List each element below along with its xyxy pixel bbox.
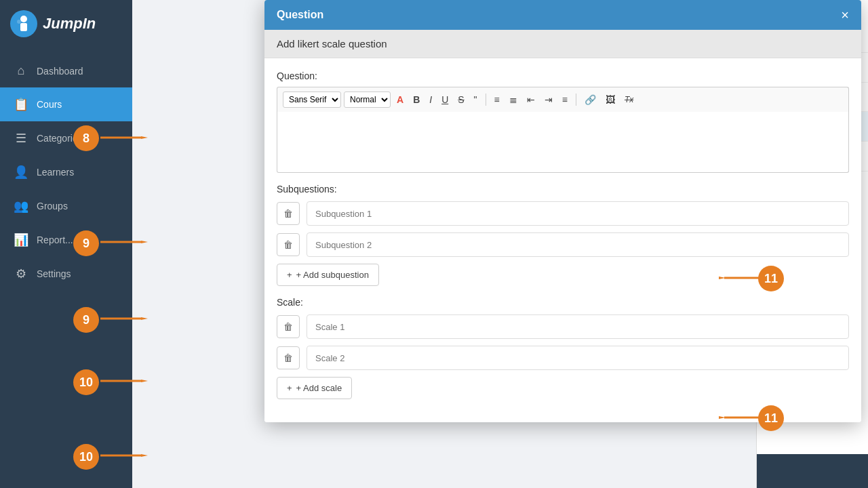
scale-2-input[interactable] bbox=[307, 346, 849, 370]
logo-text: JumpIn bbox=[43, 15, 96, 33]
font-size-select[interactable]: Normal bbox=[344, 92, 391, 108]
svg-rect-1 bbox=[20, 23, 27, 31]
delete-scale-1-button[interactable]: 🗑 bbox=[277, 315, 300, 338]
sidebar-item-courses[interactable]: 📋 Cours bbox=[0, 87, 132, 121]
annotation-badge-10a: 10 bbox=[73, 369, 99, 395]
svg-point-0 bbox=[20, 16, 27, 22]
subquestion-row-2: 🗑 bbox=[277, 232, 849, 257]
add-subquestion-button[interactable]: + + Add subquestion bbox=[277, 264, 379, 286]
annotation-badge-8: 8 bbox=[73, 125, 99, 151]
annotation-badge-10b: 10 bbox=[73, 444, 99, 470]
align-btn[interactable]: ≡ bbox=[559, 92, 571, 107]
sidebar-item-groups[interactable]: 👥 Groups bbox=[0, 189, 132, 223]
sidebar-item-label: Report... bbox=[37, 235, 73, 245]
subquestion-row-1: 🗑 bbox=[277, 201, 849, 226]
scale-label: Scale: bbox=[277, 297, 849, 308]
clear-format-btn[interactable]: Tx bbox=[621, 93, 637, 106]
subquestion-2-input[interactable] bbox=[307, 232, 849, 257]
svg-marker-6 bbox=[141, 241, 148, 243]
sidebar-item-learners[interactable]: 👤 Learners bbox=[0, 155, 132, 189]
panel-footer bbox=[757, 454, 868, 488]
arrow-10b bbox=[100, 454, 148, 457]
font-family-select[interactable]: Sans Serif bbox=[283, 92, 341, 108]
svg-marker-10 bbox=[141, 380, 148, 382]
scale-row-2: 🗑 bbox=[277, 346, 849, 370]
sidebar-item-label: Learners bbox=[37, 167, 74, 178]
scale-row-1: 🗑 bbox=[277, 314, 849, 339]
image-btn[interactable]: 🖼 bbox=[602, 92, 618, 107]
unordered-list-btn[interactable]: ≣ bbox=[506, 92, 521, 107]
arrow-11b bbox=[719, 416, 760, 419]
subquestions-label: Subquestions: bbox=[277, 184, 849, 195]
editor-toolbar: Sans Serif Normal A B I U S " ≡ ≣ ⇤ ⇥ ≡ … bbox=[277, 87, 849, 112]
sidebar-navigation: ⌂ Dashboard 📋 Cours ☰ Categories 👤 Learn… bbox=[0, 54, 132, 291]
indent-decrease-btn[interactable]: ⇤ bbox=[524, 92, 538, 107]
arrow-11a bbox=[719, 277, 760, 279]
add-scale-label: + Add scale bbox=[296, 383, 342, 393]
add-subquestion-icon: + bbox=[287, 270, 292, 280]
modal-body: Question: Sans Serif Normal A B I U S " … bbox=[264, 58, 861, 422]
sidebar-item-label: Dashboard bbox=[37, 66, 83, 77]
sidebar-item-reports[interactable]: 📊 Report... bbox=[0, 223, 132, 257]
modal-close-button[interactable]: × bbox=[841, 8, 849, 22]
settings-icon: ⚙ bbox=[14, 266, 28, 281]
logo-icon bbox=[10, 10, 37, 37]
add-scale-button[interactable]: + + Add scale bbox=[277, 377, 352, 399]
italic-btn[interactable]: I bbox=[426, 92, 435, 107]
modal-header: Question × bbox=[264, 0, 861, 30]
indent-increase-btn[interactable]: ⇥ bbox=[541, 92, 556, 107]
annotation-badge-9b: 9 bbox=[73, 307, 99, 333]
font-color-btn[interactable]: A bbox=[393, 92, 407, 107]
sidebar: JumpIn ⌂ Dashboard 📋 Cours ☰ Categories … bbox=[0, 0, 132, 488]
logo: JumpIn bbox=[0, 0, 132, 47]
svg-marker-8 bbox=[141, 317, 148, 320]
bold-btn[interactable]: B bbox=[410, 92, 423, 107]
link-btn[interactable]: 🔗 bbox=[581, 92, 599, 107]
scale-1-input[interactable] bbox=[307, 314, 849, 339]
annotation-badge-11a: 11 bbox=[758, 266, 784, 291]
question-modal: Question × Add likert scale question Que… bbox=[264, 0, 861, 422]
strikethrough-btn[interactable]: S bbox=[454, 92, 467, 107]
learners-icon: 👤 bbox=[14, 165, 28, 180]
delete-subquestion-1-button[interactable]: 🗑 bbox=[277, 202, 300, 225]
question-editor[interactable] bbox=[277, 112, 849, 173]
svg-point-2 bbox=[17, 20, 21, 24]
subquestion-1-input[interactable] bbox=[307, 201, 849, 226]
divider bbox=[486, 94, 486, 106]
question-label: Question: bbox=[277, 70, 849, 81]
sidebar-item-dashboard[interactable]: ⌂ Dashboard bbox=[0, 54, 132, 87]
ordered-list-btn[interactable]: ≡ bbox=[491, 92, 503, 107]
svg-marker-4 bbox=[141, 136, 148, 139]
sidebar-item-label: Groups bbox=[37, 201, 68, 211]
arrow-9b bbox=[100, 317, 148, 320]
reports-icon: 📊 bbox=[14, 232, 28, 247]
add-subquestion-label: + Add subquestion bbox=[296, 270, 369, 280]
underline-btn[interactable]: U bbox=[438, 92, 452, 107]
dashboard-icon: ⌂ bbox=[14, 64, 28, 78]
sidebar-item-label: Cours bbox=[37, 99, 62, 110]
delete-subquestion-2-button[interactable]: 🗑 bbox=[277, 233, 300, 256]
arrow-9a bbox=[100, 241, 148, 243]
svg-marker-12 bbox=[141, 454, 148, 457]
delete-scale-2-button[interactable]: 🗑 bbox=[277, 346, 300, 369]
courses-icon: 📋 bbox=[14, 97, 28, 112]
modal-subheader: Add likert scale question bbox=[264, 30, 861, 58]
modal-title: Question bbox=[277, 9, 323, 21]
add-scale-icon: + bbox=[287, 383, 292, 393]
arrow-8 bbox=[100, 136, 148, 139]
arrow-10a bbox=[100, 380, 148, 382]
categories-icon: ☰ bbox=[14, 131, 28, 146]
blockquote-btn[interactable]: " bbox=[471, 92, 481, 107]
sidebar-item-label: Settings bbox=[37, 268, 71, 279]
divider2 bbox=[576, 94, 576, 106]
sidebar-item-settings[interactable]: ⚙ Settings bbox=[0, 257, 132, 291]
groups-icon: 👥 bbox=[14, 199, 28, 214]
modal-container: Question × Add likert scale question Que… bbox=[132, 0, 743, 488]
annotation-badge-11b: 11 bbox=[758, 405, 784, 431]
annotation-badge-9a: 9 bbox=[73, 230, 99, 256]
